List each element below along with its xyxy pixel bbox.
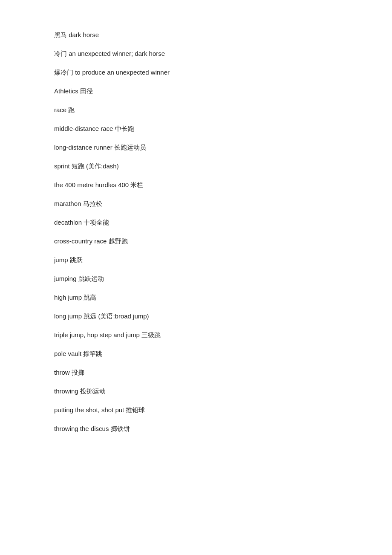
chinese-term: 黑马	[54, 31, 67, 38]
chinese-def: 400 米栏	[118, 181, 143, 188]
chinese-def: 跳远 (美语:broad jump)	[84, 312, 149, 320]
list-item: putting the shot, shot put 推铅球	[54, 401, 338, 419]
list-item: long jump 跳远 (美语:broad jump)	[54, 307, 338, 326]
list-item: high jump 跳高	[54, 288, 338, 307]
english-term: high jump	[54, 294, 82, 301]
english-term: triple jump, hop step and jump	[54, 331, 140, 338]
list-item: middle-distance race 中长跑	[54, 119, 338, 138]
chinese-def: 越野跑	[109, 237, 128, 245]
english-term: throwing the discus	[54, 425, 109, 432]
list-item: throw 投掷	[54, 363, 338, 382]
list-item: jumping 跳跃运动	[54, 269, 338, 288]
list-item: 黑马 dark horse	[54, 26, 338, 44]
list-item: throwing 投掷运动	[54, 382, 338, 401]
list-item: the 400 metre hurdles 400 米栏	[54, 176, 338, 194]
english-term: Athletics	[54, 87, 78, 95]
chinese-def: 三级跳	[141, 331, 161, 338]
english-term: marathon	[54, 200, 81, 207]
english-term: race	[54, 106, 66, 113]
english-term: middle-distance race	[54, 125, 113, 132]
list-item: jump 跳跃	[54, 251, 338, 269]
english-term: decathlon	[54, 219, 82, 226]
chinese-def: 跳高	[84, 294, 96, 301]
list-item: 爆冷门 to produce an unexpected winner	[54, 63, 338, 82]
list-item: throwing the discus 掷铁饼	[54, 419, 338, 438]
english-def: to produce an unexpected winner	[75, 69, 170, 76]
list-item: sprint 短跑 (美作:dash)	[54, 157, 338, 176]
english-term: pole vault	[54, 350, 81, 357]
chinese-def: 跳跃	[70, 256, 83, 263]
chinese-def: 长跑运动员	[114, 144, 146, 151]
list-item: race 跑	[54, 101, 338, 119]
english-term: putting the shot, shot put	[54, 406, 124, 413]
english-term: throw	[54, 369, 70, 376]
english-term: cross-country race	[54, 237, 107, 245]
chinese-def: 马拉松	[83, 200, 102, 207]
chinese-def: 十项全能	[84, 219, 109, 226]
chinese-def: 短跑 (美作:dash)	[72, 162, 119, 170]
english-term: jump	[54, 256, 68, 263]
vocab-list: 黑马 dark horse冷门 an unexpected winner; da…	[54, 26, 338, 438]
chinese-term: 爆冷门	[54, 69, 73, 76]
list-item: triple jump, hop step and jump 三级跳	[54, 326, 338, 344]
english-term: throwing	[54, 387, 78, 395]
english-term: long jump	[54, 312, 82, 320]
list-item: decathlon 十项全能	[54, 213, 338, 232]
list-item: Athletics 田径	[54, 82, 338, 101]
english-def: dark horse	[69, 31, 99, 38]
list-item: 冷门 an unexpected winner; dark horse	[54, 44, 338, 63]
chinese-def: 跑	[68, 106, 75, 113]
chinese-def: 推铅球	[126, 406, 145, 413]
english-term: long-distance runner	[54, 144, 112, 151]
chinese-term: 冷门	[54, 50, 67, 57]
chinese-def: 投掷运动	[80, 387, 106, 395]
chinese-def: 撑竿跳	[83, 350, 102, 357]
list-item: long-distance runner 长跑运动员	[54, 138, 338, 157]
english-term: jumping	[54, 275, 77, 282]
list-item: cross-country race 越野跑	[54, 232, 338, 251]
english-term: sprint	[54, 162, 70, 170]
english-term: the 400 metre hurdles	[54, 181, 116, 188]
chinese-def: 掷铁饼	[111, 425, 130, 432]
chinese-def: 跳跃运动	[78, 275, 104, 282]
english-def: an unexpected winner; dark horse	[69, 50, 165, 57]
chinese-def: 田径	[80, 87, 93, 95]
chinese-def: 投掷	[72, 369, 84, 376]
chinese-def: 中长跑	[115, 125, 134, 132]
list-item: marathon 马拉松	[54, 194, 338, 213]
list-item: pole vault 撑竿跳	[54, 344, 338, 363]
